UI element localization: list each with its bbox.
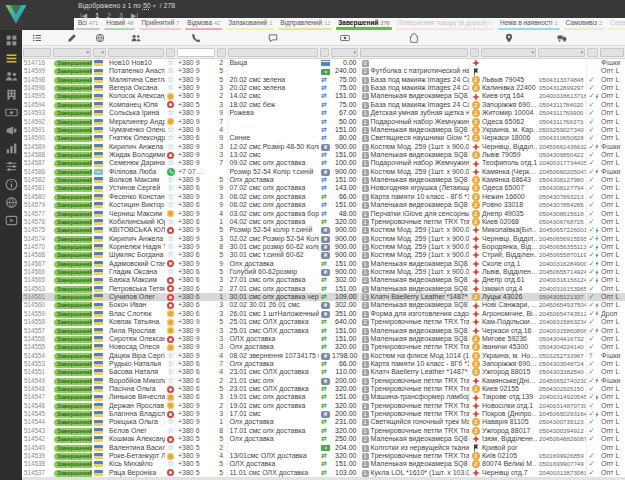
column-header-contact[interactable] (165, 30, 176, 46)
tab-Новий[interactable]: Новий48 (102, 18, 137, 30)
table-row[interactable]: 514574ЗавершенийКирилич Анжела Оп…☆+380 … (22, 235, 625, 243)
ring-icon[interactable] (167, 260, 174, 267)
column-header-flag[interactable] (92, 30, 107, 46)
star-icon[interactable]: ☆ (167, 109, 174, 117)
star-icon[interactable]: ☆ (167, 352, 174, 360)
filter-input-phone[interactable] (177, 48, 215, 57)
medal-icon[interactable] (167, 394, 174, 401)
table-row[interactable]: 514582ЗавершенийВолков Максим☆+380 95Олх… (22, 176, 625, 184)
table-row[interactable]: 514548ЗавершенийПасічна Ольга+380 6523.0… (22, 385, 625, 393)
star-icon[interactable]: ☆ (167, 360, 174, 368)
medal-icon[interactable] (167, 402, 174, 409)
table-row[interactable]: 514591ЗавершенийЧумаченко Олена☆+380 94⇄… (22, 126, 625, 134)
table-row[interactable]: 514566ЗавершенийГладик Оксана☆+380 65Гол… (22, 268, 625, 276)
star-icon[interactable]: ☆ (167, 84, 174, 92)
table-row[interactable]: 514716ЗавершенийНов10 Нов10☆+380 92Выца0… (22, 59, 625, 68)
table-row[interactable]: 514598ЗавершенийМалютина Светлана☆+380 9… (22, 76, 625, 84)
column-header-calls[interactable] (216, 30, 227, 46)
table-row[interactable]: 514543ЗавершенийБєлов Олег☆+380 6817.01 … (22, 427, 625, 435)
star-icon[interactable]: ☆ (167, 251, 174, 259)
clients-icon[interactable] (5, 69, 18, 82)
tab-Відмова[interactable]: Відмова42 (183, 18, 224, 30)
finance-icon[interactable] (5, 105, 18, 118)
table-row[interactable]: 514563ЗавершенийПетровська Тетяна+380 62… (22, 285, 625, 293)
table-row[interactable]: 514545ЗавершенийБлагінна Владіслава+380 … (22, 410, 625, 418)
displayed-range-text[interactable]: Відображено з 1 по 50▾ / 278 (78, 2, 175, 9)
star-icon[interactable]: ☆ (167, 243, 174, 251)
orders-list-icon[interactable] (5, 51, 18, 64)
ring-icon[interactable] (167, 152, 174, 159)
video-icon[interactable] (5, 213, 18, 226)
table-row[interactable]: 514599ЗавершенийПотапенко Анастас…☆+380 … (22, 67, 625, 75)
star-icon[interactable]: ☆ (167, 418, 174, 426)
table-row[interactable]: 514592ЗавершенийМерклингер Андрей+380 97… (22, 118, 625, 126)
table-row[interactable]: 514539ЗавершенийРоке-Бетанкурт Лін…+380 … (22, 452, 625, 460)
tab-Відправлений[interactable]: Відправлений12 (276, 18, 334, 30)
per-page-dropdown[interactable]: 50 (143, 2, 151, 9)
table-row[interactable]: 514580ЗавершенийФесенко Константин☆+380 … (22, 193, 625, 201)
column-header-ttn[interactable] (537, 30, 586, 46)
stats-icon[interactable] (5, 141, 18, 154)
megaphone-icon[interactable] (5, 123, 18, 136)
filter-input-product[interactable] (360, 48, 468, 57)
tab-Нема в наявності[interactable]: Нема в наявності1 (496, 18, 562, 30)
star-icon[interactable]: ☆ (167, 218, 174, 226)
column-header-product[interactable] (359, 30, 469, 46)
table-row[interactable]: 514542ЗавершенийКошмак Александр+380 55О… (22, 435, 625, 443)
table-row[interactable]: 514540ЗавершенийВалентина Василье…☆+380 … (22, 444, 625, 452)
table-row[interactable]: 514588ЗавершенийЖидак Володимир+380 9313… (22, 151, 625, 159)
medal-icon[interactable] (167, 210, 174, 217)
table-row[interactable]: 514596ЗавершенийВегера Оксана☆+380 9320.… (22, 84, 625, 92)
table-row[interactable]: 514595ЗавершенийКолосок Александр+380 92… (22, 92, 625, 100)
tab-Всі[interactable]: Всі471 (74, 18, 102, 30)
filter-input-contact[interactable] (166, 48, 175, 57)
medal-icon[interactable] (167, 319, 174, 326)
medal-icon[interactable] (167, 118, 174, 125)
table-row[interactable]: 514556ЗавершенийСиротюк Олександр+380 93… (22, 335, 625, 343)
table-row[interactable]: 514577ЗавершенийЧерниш Максим+380 9403.0… (22, 209, 625, 217)
table-row[interactable]: 514565ЗавершенийБаюка Максим+380 6327.01… (22, 276, 625, 284)
star-icon[interactable]: ☆ (167, 59, 174, 68)
ring-icon[interactable] (167, 302, 174, 309)
table-row[interactable]: 514555ЗавершенийНовосад Олеся+380 93Олх … (22, 343, 625, 351)
table-row[interactable]: 514558ЗавершенийКовпак Татьяна+380 9525.… (22, 318, 625, 326)
apps-grid-icon[interactable] (5, 33, 18, 46)
company-icon[interactable] (5, 87, 18, 100)
column-header-phone[interactable] (176, 30, 216, 46)
table-row[interactable]: 514538ЗавершенийКісь Михайло☆+380 55ОЛХ … (22, 460, 625, 468)
table-row[interactable]: 514581ЗавершенийУстинов Сергей☆+380 6907… (22, 184, 625, 192)
table-row[interactable]: 514589ЗавершенийКирилич Анжела☆+380 9312… (22, 143, 625, 151)
filter-input-amount[interactable]: ▾ (331, 48, 358, 57)
filter-input-city[interactable]: ▾ (481, 48, 536, 57)
ring-icon[interactable] (167, 294, 174, 301)
table-row[interactable]: 514537ЗавершенийРаца Вероніка+380 5511.0… (22, 469, 625, 477)
filter-input-id[interactable] (23, 48, 51, 57)
info-icon[interactable] (5, 177, 18, 190)
filter-input-calls[interactable] (217, 48, 226, 57)
tab-Самовивіз[interactable]: Самовивіз2 (562, 18, 607, 30)
ring-icon[interactable] (167, 386, 174, 393)
table-row[interactable]: 514559ЗавершенийВлас Слотюк+380 6326.01 … (22, 310, 625, 318)
table-row[interactable]: 514568ЗавершенийШумляс Богдана Ан…☆+380 … (22, 251, 625, 259)
sliders-icon[interactable] (5, 159, 18, 172)
star-icon[interactable]: ☆ (167, 143, 174, 151)
ring-icon[interactable] (167, 101, 174, 108)
table-row[interactable]: 514575ЗавершенийКВІТОВСЬКА ЮЛІЯ+380 95Ро… (22, 226, 625, 234)
medal-icon[interactable] (167, 327, 174, 334)
table-row[interactable]: 514553ЗавершенийРудько Наталья☆+380 67Ол… (22, 360, 625, 368)
filter-input-channel[interactable] (600, 48, 624, 57)
column-header-id[interactable] (22, 30, 52, 46)
table-row[interactable]: 514586ЗавершенийФіліпова Люба+7 07…Розмі… (22, 168, 625, 176)
star-icon[interactable]: ☆ (167, 377, 174, 385)
column-header-pay[interactable] (319, 30, 330, 46)
star-icon[interactable]: ☆ (167, 427, 174, 435)
table-row[interactable]: 514579ЗавершенийКостицин Виктор☆+380 690… (22, 201, 625, 209)
table-row[interactable]: 514544ЗавершенийРокіцька Ольга☆+380 91Ол… (22, 418, 625, 426)
table-row[interactable]: 514570ЗавершенийКорнелюк Надія Та…☆+380 … (22, 243, 625, 251)
star-icon[interactable]: ☆ (167, 176, 174, 184)
medal-icon[interactable] (167, 453, 174, 460)
filter-input-ttn[interactable]: ▾ (538, 48, 585, 57)
star-icon[interactable]: ☆ (167, 67, 174, 75)
ring-icon[interactable] (167, 411, 174, 418)
star-icon[interactable]: ☆ (167, 201, 174, 209)
